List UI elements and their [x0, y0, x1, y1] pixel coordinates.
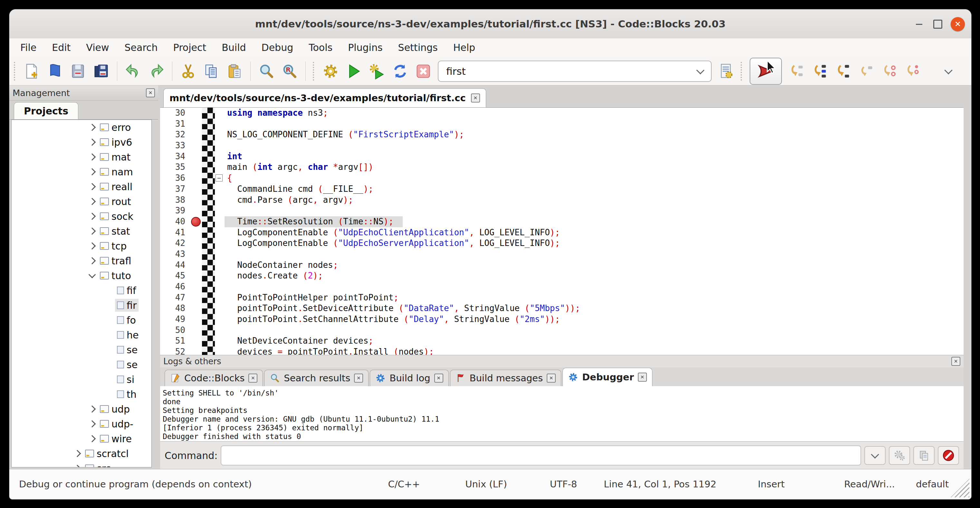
tree-item-mat[interactable]: mat	[11, 150, 151, 164]
tree-item-scratcl[interactable]: scratcl	[11, 446, 151, 461]
tree-item-ipv6[interactable]: ipv6	[11, 135, 151, 150]
expand-chevron-icon[interactable]	[74, 450, 81, 457]
menu-help[interactable]: Help	[445, 38, 483, 57]
management-close-button[interactable]	[146, 88, 155, 97]
log-tab-code-blocks[interactable]: Code::Blocks	[165, 370, 263, 386]
tree-item-src[interactable]: src	[11, 461, 151, 467]
rebuild-button[interactable]	[391, 62, 409, 80]
expand-chevron-icon[interactable]	[89, 153, 96, 161]
step-into-instruction-button[interactable]	[904, 62, 921, 80]
tree-item-si[interactable]: si	[11, 372, 151, 387]
save-all-button[interactable]	[92, 62, 110, 80]
menu-settings[interactable]: Settings	[390, 38, 445, 57]
expand-chevron-icon[interactable]	[89, 139, 96, 146]
expand-chevron-icon[interactable]	[89, 213, 96, 220]
tree-item-fir[interactable]: fir	[11, 298, 151, 313]
debugger-output[interactable]: Setting SHELL to '/bin/sh'doneSetting br…	[160, 386, 964, 442]
editor-tab-first-cc[interactable]: mnt/dev/tools/source/ns-3-dev/examples/t…	[163, 88, 486, 107]
cut-button[interactable]	[180, 62, 197, 80]
menu-debug[interactable]: Debug	[254, 38, 301, 57]
replace-button[interactable]: R	[281, 62, 298, 80]
run-button[interactable]	[345, 62, 363, 80]
build-and-run-button[interactable]	[368, 62, 386, 80]
copy-log-button[interactable]	[913, 446, 935, 465]
expand-chevron-icon[interactable]	[89, 198, 96, 205]
tree-item-stat[interactable]: stat	[11, 224, 151, 239]
log-tab-build-log[interactable]: Build log	[370, 370, 449, 386]
stop-debugger-button[interactable]	[938, 446, 959, 465]
expand-chevron-icon[interactable]	[89, 183, 96, 191]
logs-close-button[interactable]	[951, 357, 960, 366]
tab-projects[interactable]: Projects	[14, 102, 78, 119]
build-target-select[interactable]: first	[438, 61, 712, 82]
menu-search[interactable]: Search	[117, 38, 165, 57]
tree-item-rout[interactable]: rout	[11, 194, 151, 209]
code-editor[interactable]: 30using namespace ns3;3132NS_LOG_COMPONE…	[160, 107, 964, 355]
title-bar[interactable]: mnt/dev/tools/source/ns-3-dev/examples/t…	[10, 10, 971, 39]
tree-item-se[interactable]: se	[11, 357, 151, 372]
tree-item-fif[interactable]: fif	[11, 283, 151, 298]
tree-item-he[interactable]: he	[11, 328, 151, 342]
save-button[interactable]	[69, 62, 87, 80]
log-tab-debugger[interactable]: Debugger	[563, 368, 652, 386]
toolbar-grip[interactable]	[313, 62, 316, 81]
maximize-button[interactable]	[931, 17, 945, 31]
expand-chevron-icon[interactable]	[89, 124, 96, 131]
tree-item-tcp[interactable]: tcp	[11, 239, 151, 253]
tree-item-th[interactable]: th	[11, 387, 151, 401]
tree-item-erro[interactable]: erro	[11, 120, 151, 135]
step-out-button[interactable]	[857, 62, 875, 80]
tree-item-trafl[interactable]: trafl	[11, 253, 151, 268]
toolbar-options-chevron[interactable]	[940, 62, 957, 80]
project-tree[interactable]: erroipv6matnamreallroutsockstattcptraflt…	[11, 119, 152, 467]
editor-tab-close-button[interactable]	[471, 94, 480, 102]
log-tab-close-button[interactable]	[638, 373, 647, 382]
undo-button[interactable]	[124, 62, 142, 80]
tree-item-fo[interactable]: fo	[11, 313, 151, 328]
new-file-button[interactable]	[23, 62, 40, 80]
tree-item-nam[interactable]: nam	[11, 164, 151, 179]
menu-build[interactable]: Build	[214, 38, 253, 57]
expand-chevron-icon[interactable]	[89, 242, 96, 250]
expand-chevron-icon[interactable]	[89, 228, 96, 235]
fold-marker[interactable]	[216, 174, 223, 182]
paste-button[interactable]	[226, 62, 243, 80]
log-tab-build-messages[interactable]: Build messages	[450, 370, 561, 386]
tree-item-se[interactable]: se	[11, 342, 151, 357]
next-instruction-button[interactable]	[880, 62, 898, 80]
abort-build-button[interactable]	[415, 62, 432, 80]
menu-tools[interactable]: Tools	[301, 38, 340, 57]
compile-current-file-button[interactable]	[718, 62, 735, 80]
expand-chevron-icon[interactable]	[89, 257, 96, 264]
expand-chevron-icon[interactable]	[74, 465, 81, 467]
log-tab-close-button[interactable]	[434, 374, 443, 382]
tree-item-udp[interactable]: udp	[11, 401, 151, 416]
copy-button[interactable]	[203, 62, 220, 80]
toolbar-grip[interactable]	[14, 62, 17, 81]
expand-chevron-icon[interactable]	[89, 168, 96, 176]
log-tab-close-button[interactable]	[354, 374, 363, 382]
next-line-button[interactable]	[811, 62, 828, 80]
run-to-cursor-button[interactable]	[788, 62, 805, 80]
breakpoint-marker[interactable]	[191, 217, 201, 226]
tree-item-tuto[interactable]: tuto	[11, 268, 151, 283]
expand-chevron-icon[interactable]	[89, 435, 96, 443]
log-tab-close-button[interactable]	[547, 374, 556, 382]
tree-item-reall[interactable]: reall	[11, 179, 151, 194]
log-tab-close-button[interactable]	[248, 374, 258, 382]
expand-chevron-icon[interactable]	[89, 406, 96, 413]
find-button[interactable]	[258, 62, 275, 80]
menu-plugins[interactable]: Plugins	[340, 38, 390, 57]
open-file-button[interactable]	[46, 62, 64, 80]
toolbar-grip[interactable]	[741, 62, 744, 81]
minimize-button[interactable]	[912, 17, 926, 31]
menu-edit[interactable]: Edit	[44, 38, 78, 57]
collapse-chevron-icon[interactable]	[89, 271, 96, 279]
tree-item-udp-[interactable]: udp-	[11, 416, 151, 431]
expand-chevron-icon[interactable]	[89, 420, 96, 428]
menu-view[interactable]: View	[78, 38, 117, 57]
build-button[interactable]	[322, 62, 339, 80]
command-history-dropdown[interactable]	[864, 446, 886, 465]
menu-file[interactable]: File	[13, 38, 44, 57]
log-tab-search-results[interactable]: Search results	[264, 370, 369, 386]
